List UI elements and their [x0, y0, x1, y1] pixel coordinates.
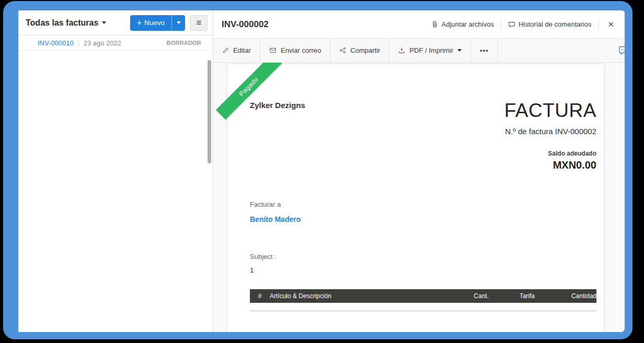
feedback-bubble-icon — [618, 45, 625, 55]
share-icon — [339, 47, 346, 54]
invoice-detail-panel: INV-000002 Adjuntar archivos Historial d… — [213, 10, 625, 332]
chevron-down-icon — [457, 49, 462, 52]
close-button[interactable]: ✕ — [605, 19, 616, 30]
detail-header: INV-000002 Adjuntar archivos Historial d… — [213, 10, 625, 39]
toolbar: Editar Enviar correo C — [213, 39, 625, 63]
feedback-button[interactable] — [618, 45, 625, 55]
comment-history-label: Historial de comentarios — [519, 20, 591, 28]
chevron-down-icon — [177, 21, 181, 24]
items-table-header: # Artículo & Descripción Cant. Tarifa Ca… — [250, 289, 596, 303]
list-scrollbar[interactable] — [208, 60, 211, 163]
divider — [598, 19, 599, 30]
divider — [501, 19, 501, 30]
subject-label: Subject : — [250, 253, 596, 261]
bill-to-label: Facturar a — [250, 200, 301, 208]
balance-due-label: Saldo adeudado — [504, 150, 596, 157]
invoice-number: N.º de factura INV-000002 — [504, 127, 596, 136]
pdf-download-icon — [398, 47, 405, 54]
col-header-amount: Cantidad — [535, 292, 596, 300]
customer-link[interactable]: Benito Madero — [250, 215, 301, 223]
col-header-item: Artículo & Descripción — [270, 292, 443, 300]
subject-value: 1 — [250, 266, 596, 274]
pdf-print-label: Compartir — [350, 46, 380, 54]
chevron-down-icon — [102, 21, 106, 24]
balance-due-value: MXN0.00 — [504, 159, 596, 171]
list-title: Todas las facturas — [26, 18, 98, 28]
status-badge: BORRADOR — [167, 40, 201, 46]
comment-history-button[interactable]: Historial de comentarios — [508, 20, 591, 28]
col-header-rate: Tarifa — [489, 292, 535, 300]
invoice-number-link[interactable]: INV-000010 — [38, 39, 74, 47]
col-header-num: # — [250, 292, 270, 300]
send-email-label: Enviar correo — [281, 46, 321, 54]
document-title: FACTURA — [504, 101, 596, 120]
pdf-print-button[interactable]: PDF / Imprimir — [389, 39, 471, 62]
plus-icon: + — [137, 19, 142, 27]
new-button-label: Nuevo — [144, 19, 165, 27]
attach-files-label: Adjuntar archivos — [442, 20, 494, 28]
hamburger-icon: ≡ — [197, 18, 202, 28]
invoice-list — [18, 51, 213, 332]
edit-label: Editar — [233, 46, 251, 54]
invoice-document: Pagado Zylker Dezigns FACTURA N.º de fac… — [227, 64, 604, 332]
list-options-button[interactable]: ≡ — [190, 15, 208, 31]
comment-icon — [508, 21, 515, 28]
list-header: Todas las facturas + Nuevo ≡ — [18, 10, 213, 36]
bill-to-block: Facturar a Benito Madero — [250, 200, 301, 227]
document-preview-area: Pagado Zylker Dezigns FACTURA N.º de fac… — [213, 63, 625, 332]
company-name: Zylker Dezigns — [250, 101, 305, 110]
divider — [78, 40, 79, 46]
invoice-list-panel: Todas las facturas + Nuevo ≡ — [18, 10, 213, 332]
items-table: # Artículo & Descripción Cant. Tarifa Ca… — [250, 289, 596, 311]
edit-button[interactable]: Editar — [213, 39, 260, 62]
attach-files-button[interactable]: Adjuntar archivos — [431, 20, 494, 28]
new-invoice-button[interactable]: + Nuevo — [130, 15, 171, 31]
pencil-icon — [222, 47, 229, 54]
company-block: Zylker Dezigns — [250, 101, 305, 171]
invoice-row-partial[interactable]: INV-000010 23 ago 2022 BORRADOR — [18, 36, 213, 51]
invoice-filter-dropdown[interactable]: Todas las facturas — [26, 18, 106, 28]
envelope-icon — [269, 47, 277, 54]
invoice-title: INV-000002 — [222, 19, 269, 30]
ellipsis-icon: ••• — [480, 46, 489, 54]
invoice-date: 23 ago 2022 — [84, 39, 121, 47]
col-header-qty: Cant. — [443, 292, 489, 300]
more-actions-button[interactable]: ••• — [471, 39, 498, 62]
send-email-button[interactable]: Enviar correo — [260, 39, 330, 62]
paperclip-icon — [431, 21, 439, 28]
new-invoice-dropdown-button[interactable] — [171, 15, 185, 31]
close-icon: ✕ — [607, 20, 614, 29]
share-button[interactable]: Compartir — [330, 39, 389, 62]
app-window: Todas las facturas + Nuevo ≡ — [3, 1, 632, 339]
table-bottom-border — [250, 311, 596, 311]
